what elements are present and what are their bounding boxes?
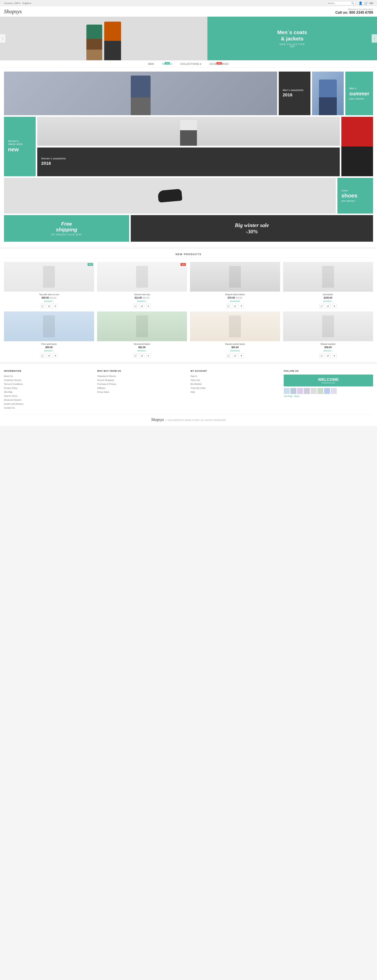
slider-prev-button[interactable]: ‹ (0, 34, 5, 43)
footer-link[interactable]: Group Sales (97, 391, 109, 393)
footer-col-title: FOLLOW US (284, 370, 373, 372)
compare-button[interactable]: ⇄ (326, 353, 330, 358)
footer-link-item: Search Terms (4, 395, 93, 397)
product-badge: new (87, 263, 93, 266)
footer-link[interactable]: Sign In (190, 375, 197, 377)
shoes-image-cell (4, 178, 336, 213)
footer-link[interactable]: My Wishlist (190, 383, 202, 385)
footer-link[interactable]: Guides and Returns (4, 402, 24, 405)
product-stars: ★★★★☆ (4, 300, 94, 302)
wishlist-button[interactable]: ♥ (146, 304, 151, 309)
product-price: $55.00 (4, 346, 94, 349)
grid-row-1: Men`s sweatshirts 2016 Men`s summer jean… (4, 72, 373, 115)
footer-links: Shipping & ReturnsSecure ShoppingPurchas… (97, 374, 187, 393)
footer-link[interactable]: View Cart (190, 379, 200, 381)
product-image (97, 312, 187, 341)
language-selector[interactable]: English ▾ (22, 2, 31, 5)
new-products-section: NEW PRODUCTS new Top with side cut out $… (0, 249, 377, 362)
compare-button[interactable]: ⇄ (140, 353, 144, 358)
add-to-cart-button[interactable]: 🛒 (226, 353, 231, 358)
search-box[interactable]: 🔍 (326, 1, 356, 5)
hero-title: Men`s coats & jackets (277, 29, 307, 41)
welcome-text: Welcome to our online store! (336, 8, 373, 11)
nav-link-collections[interactable]: Collections ▾ (180, 63, 201, 65)
add-to-cart-button[interactable]: 🛒 (226, 304, 231, 309)
footer-col-title: MY ACCOUNT (190, 370, 280, 372)
footer-link[interactable]: Contact Us (4, 407, 15, 409)
wishlist-button[interactable]: ♥ (332, 353, 337, 358)
wishlist-button[interactable]: ♥ (53, 304, 58, 309)
search-input[interactable] (328, 2, 351, 4)
header-contact: Welcome to our online store! Call us: 80… (336, 8, 373, 15)
wishlist-button[interactable]: ♥ (239, 353, 244, 358)
slider-next-button[interactable]: › (372, 34, 377, 43)
product-stars: ★★★★☆ (283, 350, 373, 352)
winter-sale-promo: Big winter sale -30% (131, 215, 373, 242)
nav-item-women: new Women (162, 62, 173, 65)
nav-list: Men new Women Collections ▾ sale Accesso… (0, 62, 377, 65)
add-to-cart-button[interactable]: 🛒 (133, 353, 138, 358)
nav-badge-sale: sale (217, 62, 222, 64)
compare-button[interactable]: ⇄ (47, 304, 51, 309)
account-icon[interactable]: 👤 (359, 2, 363, 5)
share-link[interactable]: Share (294, 395, 299, 397)
compare-button[interactable]: ⇄ (47, 353, 51, 358)
footer-copyright: © 2016 MAGENTO DEMO STORE. ALL RIGHTS RE… (166, 419, 226, 421)
compare-button[interactable]: ⇄ (326, 304, 330, 309)
compare-button[interactable]: ⇄ (140, 304, 144, 309)
shoes-desc: new collection (341, 200, 369, 202)
new-products-title: NEW PRODUCTS (4, 253, 373, 258)
footer-link[interactable]: Terms & Conditions (4, 383, 23, 385)
wishlist-button[interactable]: ♥ (146, 353, 151, 358)
footer-link[interactable]: Shipping & Returns (97, 375, 116, 377)
wishlist-button[interactable]: ♥ (239, 304, 244, 309)
like-page-link[interactable]: Like Page (284, 395, 292, 397)
logo[interactable]: Shopsys (4, 8, 22, 15)
footer-link-item: Privacy Policy (4, 387, 93, 390)
hero-slider: Men`s coats & jackets NEW COLLECTION 201… (0, 17, 377, 60)
footer-link[interactable]: About Us (4, 375, 13, 377)
footer-link-item: Secure Shopping (97, 379, 187, 382)
footer-link[interactable]: Advanced Search (4, 399, 21, 401)
footer-link[interactable]: Affiliates (97, 387, 105, 389)
add-to-cart-button[interactable]: 🛒 (133, 304, 138, 309)
mens-jeans-image-cell (312, 72, 344, 115)
footer-link-item: Sign In (190, 374, 280, 377)
product-price: $39.00 (283, 346, 373, 349)
footer-link[interactable]: Search Terms (4, 395, 17, 397)
jeans-title-small: Men`s (349, 87, 369, 90)
free-shipping-desc: ON ORDERS OVER $299 (51, 234, 82, 236)
compare-button[interactable]: ⇄ (233, 353, 237, 358)
footer-link[interactable]: Purchase & Privacy (97, 383, 116, 385)
footer-link[interactable]: Secure Shopping (97, 379, 114, 381)
product-card: new Top with side cut out $50.00$62.00 ★… (4, 262, 94, 309)
womens-shirts-text-cell: Women`sclassic shirts new (4, 117, 36, 176)
footer-link[interactable]: Site Map (4, 391, 13, 393)
footer-link-item: Site Map (4, 390, 93, 393)
currency-selector[interactable]: Currency: USD ▾ (4, 2, 21, 5)
compare-button[interactable]: ⇄ (233, 304, 237, 309)
add-to-cart-button[interactable]: 🛒 (40, 353, 45, 358)
cart-count: Edit (370, 2, 373, 4)
wishlist-button[interactable]: ♥ (53, 353, 58, 358)
add-to-cart-button[interactable]: 🛒 (319, 304, 324, 309)
product-stars: ★★★★★ (190, 350, 280, 352)
add-to-cart-button[interactable]: 🛒 (40, 304, 45, 309)
footer-col-1: WHY BUY FROM USShipping & ReturnsSecure … (97, 370, 187, 410)
nav-link-men[interactable]: Men (148, 63, 154, 65)
footer-link-item: My Wishlist (190, 382, 280, 385)
wishlist-button[interactable]: ♥ (332, 304, 337, 309)
footer-link-item: Advanced Search (4, 398, 93, 401)
search-icon[interactable]: 🔍 (351, 2, 354, 5)
winter-sale-discount: -30% (246, 228, 258, 235)
nav-item-collections: Collections ▾ (180, 62, 201, 65)
footer-link[interactable]: Track My Order (190, 387, 206, 389)
add-to-cart-button[interactable]: 🛒 (319, 353, 324, 358)
footer-link[interactable]: Privacy Policy (4, 387, 17, 389)
product-image (190, 312, 280, 341)
footer-link[interactable]: Customer Service (4, 379, 21, 381)
cart-icon[interactable]: 🛒 (364, 2, 368, 5)
footer-col-title: WHY BUY FROM US (97, 370, 187, 372)
footer-link[interactable]: Help (190, 391, 195, 393)
product-name: Uneven hem top (97, 293, 187, 296)
